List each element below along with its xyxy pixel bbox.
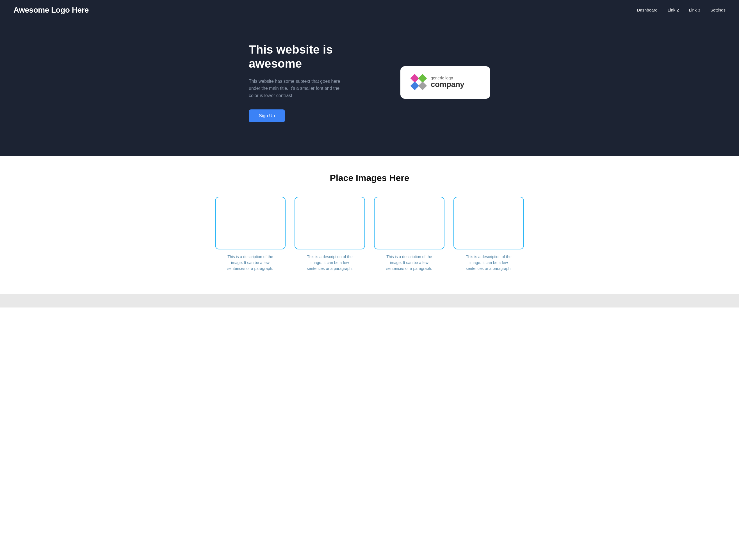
signup-button[interactable]: Sign Up bbox=[249, 110, 285, 122]
image-desc-3: This is a description of the image. It c… bbox=[384, 254, 435, 271]
nav-link-3[interactable]: Link 3 bbox=[689, 8, 700, 12]
logo-text-large: company bbox=[431, 80, 464, 89]
logo-text-block: generic logo company bbox=[431, 76, 464, 89]
diamond-blue bbox=[410, 81, 419, 90]
nav-link-settings[interactable]: Settings bbox=[710, 8, 726, 12]
image-card-2: This is a description of the image. It c… bbox=[295, 197, 365, 271]
logo-diamonds-icon bbox=[412, 75, 426, 90]
hero-section: This website is awesome This website has… bbox=[0, 20, 739, 156]
hero-text: This website is awesome This website has… bbox=[249, 43, 367, 122]
image-placeholder-2 bbox=[295, 197, 365, 249]
image-desc-1: This is a description of the image. It c… bbox=[225, 254, 276, 271]
navbar: Awesome Logo Here Dashboard Link 2 Link … bbox=[0, 0, 739, 20]
image-card-3: This is a description of the image. It c… bbox=[374, 197, 444, 271]
images-section-title: Place Images Here bbox=[22, 173, 717, 183]
hero-subtitle: This website has some subtext that goes … bbox=[249, 78, 350, 99]
image-desc-4: This is a description of the image. It c… bbox=[464, 254, 514, 271]
images-section: Place Images Here This is a description … bbox=[0, 156, 739, 294]
nav-links: Dashboard Link 2 Link 3 Settings bbox=[637, 8, 726, 13]
generic-logo-card: generic logo company bbox=[400, 66, 490, 99]
nav-logo: Awesome Logo Here bbox=[13, 6, 89, 15]
nav-link-2[interactable]: Link 2 bbox=[668, 8, 679, 12]
image-placeholder-1 bbox=[215, 197, 286, 249]
image-card-4: This is a description of the image. It c… bbox=[453, 197, 524, 271]
hero-title: This website is awesome bbox=[249, 43, 367, 71]
image-placeholder-4 bbox=[453, 197, 524, 249]
logo-text-small: generic logo bbox=[431, 76, 464, 80]
images-grid: This is a description of the image. It c… bbox=[215, 197, 524, 271]
image-placeholder-3 bbox=[374, 197, 444, 249]
image-desc-2: This is a description of the image. It c… bbox=[305, 254, 355, 271]
image-card-1: This is a description of the image. It c… bbox=[215, 197, 286, 271]
footer bbox=[0, 294, 739, 308]
diamond-gray bbox=[418, 81, 427, 90]
nav-link-dashboard[interactable]: Dashboard bbox=[637, 8, 657, 12]
